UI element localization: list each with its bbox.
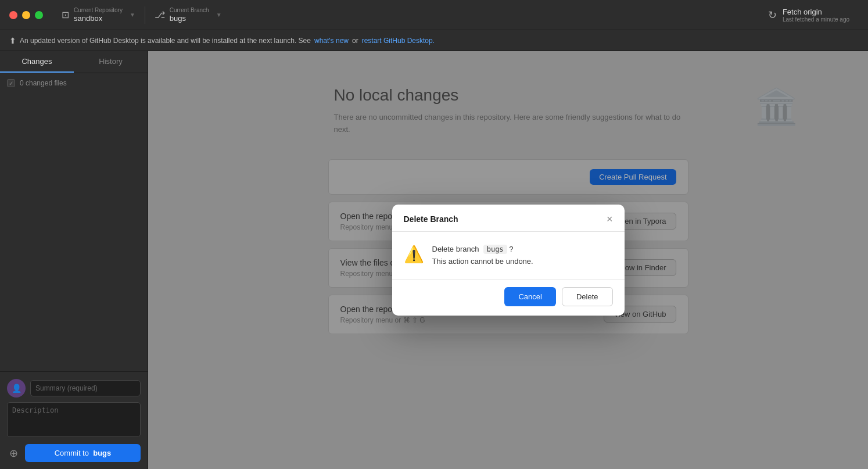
traffic-lights bbox=[9, 11, 43, 19]
delete-branch-modal: Delete Branch × ⚠️ Delete branch bugs ? … bbox=[392, 205, 625, 316]
branch-chevron-icon: ▼ bbox=[216, 12, 222, 18]
branch-label: Current Branch bbox=[170, 7, 209, 14]
modal-header: Delete Branch × bbox=[392, 205, 625, 232]
current-repository-button[interactable]: ⊡ Current Repository sandbox ▼ bbox=[55, 4, 142, 26]
update-or: or bbox=[352, 37, 358, 45]
branch-name: bugs bbox=[170, 14, 186, 23]
restart-link[interactable]: restart GitHub Desktop. bbox=[362, 37, 435, 45]
fetch-label: Fetch origin bbox=[783, 8, 822, 16]
fetch-origin-button[interactable]: ↻ Fetch origin Last fetched a minute ago bbox=[759, 4, 859, 26]
modal-branch-name: bugs bbox=[483, 245, 507, 254]
fetch-icon: ↻ bbox=[768, 9, 777, 22]
commit-btn-prefix: Commit to bbox=[55, 449, 89, 457]
add-coauthor-button[interactable]: ⊕ bbox=[7, 445, 20, 462]
changed-files-count: 0 changed files bbox=[20, 79, 67, 87]
modal-footer: Cancel Delete bbox=[392, 280, 625, 316]
modal-warning-line2: This action cannot be undone. bbox=[432, 257, 533, 266]
tab-changes[interactable]: Changes bbox=[0, 51, 74, 73]
update-icon: ⬆ bbox=[9, 36, 16, 45]
select-all-checkbox[interactable]: ✓ bbox=[7, 79, 15, 87]
modal-message-prefix: Delete branch bbox=[432, 245, 479, 253]
current-branch-button[interactable]: ⎇ Current Branch bugs ▼ bbox=[148, 4, 229, 26]
repo-chevron-icon: ▼ bbox=[130, 12, 135, 18]
commit-button[interactable]: Commit to bugs bbox=[25, 444, 141, 462]
summary-input[interactable] bbox=[30, 380, 141, 396]
tab-history[interactable]: History bbox=[74, 51, 148, 73]
commit-footer: ⊕ Commit to bugs bbox=[7, 444, 141, 462]
commit-area: 👤 ⊕ Commit to bugs bbox=[0, 371, 148, 469]
modal-body: ⚠️ Delete branch bugs ? This action cann… bbox=[392, 232, 625, 280]
repo-name: sandbox bbox=[74, 14, 102, 23]
minimize-window-button[interactable] bbox=[22, 11, 30, 19]
sidebar: Changes History ✓ 0 changed files 👤 ⊕ Co… bbox=[0, 51, 148, 469]
fetch-sublabel: Last fetched a minute ago bbox=[783, 16, 849, 23]
whats-new-link[interactable]: what's new bbox=[314, 37, 349, 45]
main-layout: Changes History ✓ 0 changed files 👤 ⊕ Co… bbox=[0, 51, 868, 469]
commit-input-row: 👤 bbox=[7, 379, 141, 398]
changed-files-header: ✓ 0 changed files bbox=[0, 73, 148, 93]
repo-label: Current Repository bbox=[74, 7, 123, 14]
avatar: 👤 bbox=[7, 379, 26, 398]
title-bar: ⊡ Current Repository sandbox ▼ ⎇ Current… bbox=[0, 0, 868, 30]
main-content: 🏛️ No local changes There are no uncommi… bbox=[148, 51, 868, 469]
sidebar-spacer bbox=[0, 93, 148, 371]
warning-icon: ⚠️ bbox=[404, 245, 424, 264]
check-icon: ✓ bbox=[9, 80, 13, 87]
fullscreen-window-button[interactable] bbox=[35, 11, 43, 19]
update-notification-bar: ⬆ An updated version of GitHub Desktop i… bbox=[0, 30, 868, 51]
tab-bar: Changes History bbox=[0, 51, 148, 73]
cancel-button[interactable]: Cancel bbox=[504, 287, 555, 306]
description-input[interactable] bbox=[7, 402, 141, 437]
modal-close-button[interactable]: × bbox=[607, 214, 613, 224]
repository-icon: ⊡ bbox=[62, 9, 69, 20]
modal-title: Delete Branch bbox=[404, 214, 458, 224]
modal-message-suffix: ? bbox=[509, 245, 513, 253]
modal-message: Delete branch bugs ? This action cannot … bbox=[432, 244, 533, 268]
close-window-button[interactable] bbox=[9, 11, 17, 19]
delete-button[interactable]: Delete bbox=[562, 287, 613, 306]
toolbar-divider-1 bbox=[145, 6, 145, 24]
modal-overlay[interactable]: Delete Branch × ⚠️ Delete branch bugs ? … bbox=[148, 51, 868, 469]
commit-btn-branch: bugs bbox=[93, 449, 111, 457]
branch-icon: ⎇ bbox=[155, 9, 165, 20]
update-message: An updated version of GitHub Desktop is … bbox=[20, 37, 311, 45]
